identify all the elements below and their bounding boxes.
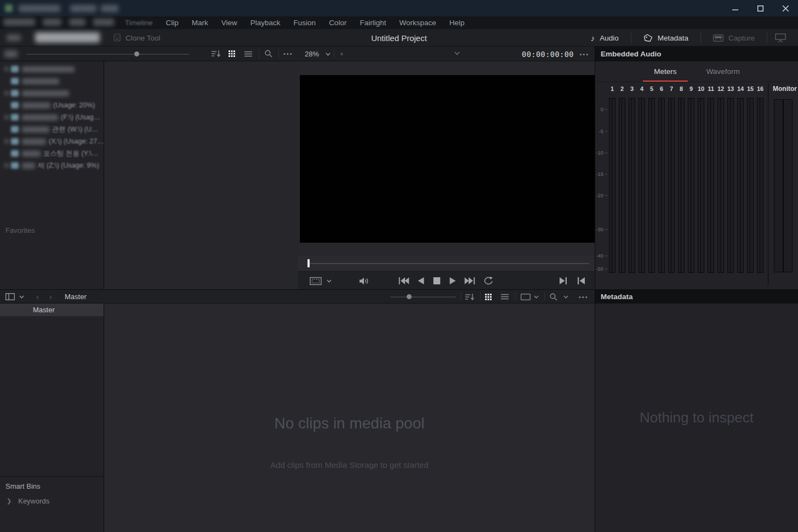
grid-view-icon[interactable] — [229, 50, 235, 57]
tab-audio[interactable]: ♪Audio — [579, 29, 631, 47]
channel-bars — [747, 98, 754, 273]
playhead-handle[interactable] — [307, 259, 310, 267]
thumbnail-size-slider[interactable] — [26, 54, 189, 55]
viewer-mode-icon[interactable] — [310, 277, 322, 285]
drive-row[interactable]: 포스팅 전용 (Y:\… — [0, 147, 104, 159]
drive-row[interactable]: (F:\) (Usag… — [0, 111, 104, 123]
menu-fusion[interactable]: Fusion — [294, 19, 316, 27]
channel-bars — [737, 98, 744, 273]
drive-name-fragment: 제 (Z:\) (Usage: 9%) — [38, 161, 99, 170]
stop-icon[interactable] — [434, 277, 441, 284]
last-frame-icon[interactable] — [465, 277, 475, 284]
drive-row[interactable]: (X:\) (Usage: 27… — [0, 135, 104, 147]
sort-order-icon[interactable] — [465, 290, 475, 304]
bin-item-master[interactable]: Master — [0, 304, 104, 316]
redacted-menu — [43, 19, 61, 26]
drive-row[interactable] — [0, 87, 104, 99]
menu-mark[interactable]: Mark — [192, 19, 208, 27]
minimize-button[interactable] — [722, 0, 748, 16]
search-icon[interactable] — [265, 50, 272, 58]
next-clip-icon[interactable] — [560, 277, 567, 284]
dual-screen-button[interactable] — [767, 33, 794, 43]
menu-playback[interactable]: Playback — [250, 19, 281, 27]
pool-options-icon[interactable]: ••• — [579, 290, 589, 304]
db-label: -40 — [595, 253, 607, 259]
chevron-down-icon[interactable] — [563, 290, 568, 304]
meter-channel: 13 — [727, 84, 734, 273]
menu-timeline[interactable]: Timeline — [125, 19, 153, 27]
storage-view-icon-redacted[interactable] — [4, 50, 18, 58]
chevron-right-icon[interactable]: ❯ — [7, 497, 12, 505]
menu-items: TimelineClipMarkViewPlaybackFusionColorF… — [125, 16, 464, 29]
audio-tab-meters[interactable]: Meters — [643, 67, 687, 82]
timecode-display[interactable]: 00:00:00:00 — [522, 47, 574, 61]
drive-icon — [11, 78, 19, 84]
list-view-icon[interactable] — [244, 51, 252, 57]
viewer-options-icon[interactable]: ••• — [579, 51, 589, 58]
close-button[interactable] — [773, 0, 798, 16]
storage-options-icon[interactable]: ••• — [283, 50, 293, 57]
drive-name-redacted — [22, 139, 46, 145]
monitor-meter-bar — [774, 99, 783, 272]
meter-channel: 5 — [648, 84, 656, 273]
channel-bars — [678, 98, 685, 273]
menu-clip[interactable]: Clip — [166, 19, 179, 27]
meter-bar — [731, 98, 734, 273]
drive-name-fragment: (Usage: 20%) — [53, 101, 95, 109]
tab-capture[interactable]: Capture — [701, 29, 767, 47]
pool-thumbnail-slider-handle[interactable] — [407, 294, 412, 299]
expand-caret-redacted — [4, 163, 9, 168]
smart-bins-label: Smart Bins — [5, 482, 41, 490]
breadcrumb[interactable]: Master — [65, 290, 87, 304]
drive-icon — [11, 114, 19, 121]
drive-row[interactable] — [0, 75, 104, 87]
drive-row[interactable] — [0, 63, 104, 75]
drive-row[interactable]: (Usage: 20%) — [0, 99, 104, 111]
drive-icon — [11, 126, 19, 133]
search-icon[interactable] — [550, 290, 557, 304]
volume-icon[interactable] — [359, 277, 369, 285]
maximize-button[interactable] — [748, 0, 773, 16]
metadata-view-icon[interactable] — [521, 290, 531, 304]
audio-tab-waveform[interactable]: Waveform — [696, 67, 751, 82]
grid-view-icon[interactable] — [485, 290, 492, 304]
thumbnail-size-slider-handle[interactable] — [134, 52, 139, 56]
back-arrow-icon[interactable]: ‹ — [36, 290, 39, 304]
drive-row[interactable]: 제 (Z:\) (Usage: 9%) — [0, 159, 104, 171]
sort-order-icon[interactable] — [212, 50, 221, 58]
menu-fairlight[interactable]: Fairlight — [360, 19, 386, 27]
menu-color[interactable]: Color — [329, 19, 346, 27]
menu-view[interactable]: View — [221, 19, 237, 27]
menu-help[interactable]: Help — [449, 19, 465, 27]
tab-metadata[interactable]: Metadata — [631, 29, 700, 47]
meter-bar — [701, 98, 704, 273]
meter-channel: 9 — [687, 84, 695, 273]
db-label: -15 — [595, 171, 607, 177]
chevron-down-icon[interactable] — [327, 279, 332, 283]
bin-sidebar-toggle-icon[interactable] — [5, 290, 15, 304]
pool-thumbnail-slider[interactable] — [390, 296, 456, 298]
play-icon[interactable] — [449, 277, 456, 284]
channel-number: 11 — [708, 84, 714, 93]
step-back-icon[interactable] — [418, 277, 425, 284]
scrub-track[interactable] — [310, 263, 589, 264]
channel-number: 12 — [717, 84, 724, 93]
menu-workspace[interactable]: Workspace — [399, 19, 436, 27]
channel-number: 1 — [611, 84, 614, 93]
chevron-down-icon[interactable] — [534, 290, 539, 304]
db-label: -30 — [595, 226, 607, 232]
drive-name-redacted — [22, 90, 69, 96]
first-frame-icon[interactable] — [399, 277, 409, 284]
window-title-redacted — [70, 5, 96, 12]
chevron-down-icon[interactable] — [19, 290, 24, 304]
forward-arrow-icon[interactable]: › — [49, 290, 52, 304]
list-view-icon[interactable] — [501, 290, 509, 304]
zoom-level-dropdown[interactable]: 28% — [305, 47, 330, 61]
keywords-item[interactable]: ❯ Keywords — [7, 497, 49, 505]
scrub-bar[interactable] — [298, 256, 595, 271]
viewer-source-dropdown[interactable] — [454, 52, 460, 55]
previous-clip-icon[interactable] — [578, 277, 585, 284]
drive-name-redacted — [22, 66, 75, 72]
drive-row[interactable]: 관련 (W:\) (U… — [0, 123, 104, 135]
loop-icon[interactable] — [484, 277, 494, 285]
